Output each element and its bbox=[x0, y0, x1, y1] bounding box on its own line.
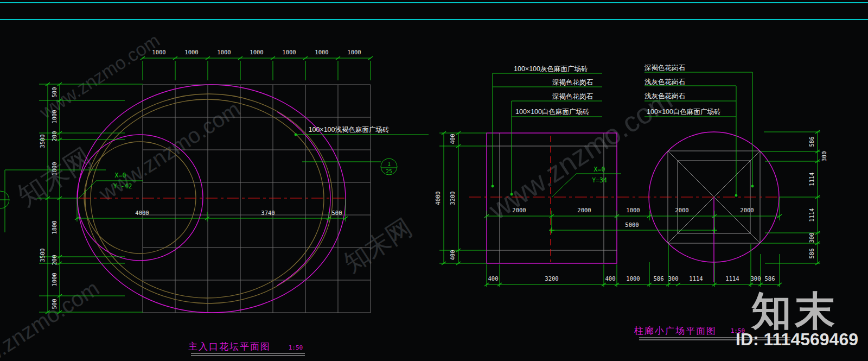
dim-label: 1000 bbox=[217, 49, 231, 55]
material-label: 深褐色花岗石 bbox=[644, 64, 686, 72]
coord-y-label: Y=34 bbox=[592, 176, 607, 184]
detail-sheet: 25 bbox=[386, 168, 392, 174]
coord-y-label: Y=-42 bbox=[113, 182, 132, 190]
dim-label: 2000 bbox=[577, 207, 591, 213]
dim-label: 500 bbox=[51, 299, 58, 309]
dim-label: 500 bbox=[51, 87, 58, 98]
material-label: 深褐色花岗石 bbox=[552, 79, 593, 86]
dim-label: 300 bbox=[808, 233, 815, 243]
cad-viewport: www.znzmo.com 知末网 www.znzmo.com www.znzm… bbox=[0, 0, 868, 361]
material-note: 100×100浅褐色麻面广场砖 bbox=[308, 126, 390, 134]
dim-label: 3500 bbox=[39, 248, 46, 262]
dim-label: 400 bbox=[605, 275, 616, 282]
dim-label: 1000 bbox=[626, 275, 640, 282]
dim-label: 3200 bbox=[449, 191, 456, 205]
material-label: 浅灰色花岗石 bbox=[644, 92, 686, 100]
dim-label: 2000 bbox=[512, 207, 526, 213]
material-label: 100×100白色麻面广场砖 bbox=[647, 108, 721, 116]
dim-label: 586 bbox=[808, 249, 815, 259]
dim-label: 400 bbox=[449, 134, 456, 144]
right-plan-title: 柱廊小广场平面图 bbox=[634, 326, 717, 336]
dim-label: 1114 bbox=[689, 275, 703, 282]
leader-dot bbox=[295, 134, 297, 136]
dim-label: 1000 bbox=[282, 49, 296, 55]
leader-dot bbox=[751, 185, 754, 188]
dim-label: 300 bbox=[821, 151, 827, 162]
material-label: 100×100白色麻面广场砖 bbox=[515, 108, 590, 116]
cad-canvas: www.znzmo.com 知末网 www.znzmo.com www.znzm… bbox=[0, 0, 868, 361]
extension-lines bbox=[37, 61, 371, 312]
leader-dot bbox=[492, 185, 494, 188]
dim-label: 3200 bbox=[545, 275, 558, 282]
dim-label: 200 bbox=[51, 131, 58, 142]
dim-label: 1114 bbox=[725, 275, 739, 282]
dim-label: 5000 bbox=[625, 221, 639, 228]
dim-label: 1114 bbox=[808, 172, 815, 186]
material-label: 浅灰色花岗石 bbox=[644, 78, 686, 86]
dim-label: 586 bbox=[808, 137, 815, 147]
detail-number: 1 bbox=[387, 161, 391, 167]
leader-dot bbox=[510, 193, 513, 196]
coord-x-label: X=0 bbox=[115, 172, 126, 179]
dim-label: 1000 bbox=[152, 49, 165, 55]
dim-label: 4000 bbox=[435, 191, 441, 205]
dim-label: 1000 bbox=[315, 49, 328, 55]
dim-label: 4000 bbox=[135, 210, 149, 216]
dim-label: 1000 bbox=[347, 49, 361, 55]
material-label: 深褐色花岗石 bbox=[552, 93, 593, 100]
dim-label: 500 bbox=[332, 210, 342, 216]
dim-label: 200 bbox=[51, 255, 58, 265]
brand-logo: 知末 bbox=[750, 288, 838, 333]
dim-label: 3500 bbox=[39, 134, 46, 148]
watermark-name-mid: 知末网 bbox=[339, 213, 417, 277]
material-label: 100×100灰色麻面广场砖 bbox=[514, 65, 588, 73]
dim-label: 1800 bbox=[51, 220, 58, 234]
dim-label: 400 bbox=[488, 275, 499, 282]
title-underline bbox=[191, 353, 305, 356]
flowerbed-inner-arc bbox=[277, 112, 330, 286]
leader-dot bbox=[735, 194, 738, 197]
dim-label: 1800 bbox=[51, 162, 58, 175]
watermark-site-right: www.znzmo.com bbox=[483, 84, 678, 226]
dim-label: 1000 bbox=[626, 207, 640, 213]
paving-grid bbox=[143, 85, 371, 313]
dim-label: 1000 bbox=[184, 49, 198, 55]
watermark-site-bottomleft: www.znzmo.com bbox=[0, 276, 103, 361]
dim-label: 300 bbox=[668, 275, 679, 282]
brand-id: ID: 1114569469 bbox=[736, 330, 858, 349]
dim-label: 400 bbox=[449, 250, 456, 261]
dim-label: 3740 bbox=[261, 210, 275, 216]
dim-label: 1000 bbox=[51, 110, 58, 123]
dim-label: 1114 bbox=[808, 208, 815, 221]
dim-label: 2000 bbox=[740, 207, 754, 213]
dim-label: 1000 bbox=[51, 273, 58, 286]
coord-x-label: X=0 bbox=[594, 166, 605, 173]
dim-label: 300 bbox=[751, 275, 761, 282]
dim-label: 1000 bbox=[250, 49, 263, 55]
left-plan-scale: 1:50 bbox=[289, 344, 303, 351]
watermark-site-topleft: www.znzmo.com bbox=[35, 30, 163, 123]
dim-label: 586 bbox=[654, 275, 664, 282]
dim-label: 586 bbox=[765, 275, 775, 282]
dim-label: 2000 bbox=[675, 207, 688, 213]
left-plan-title: 主入口花坛平面图 bbox=[188, 341, 271, 352]
